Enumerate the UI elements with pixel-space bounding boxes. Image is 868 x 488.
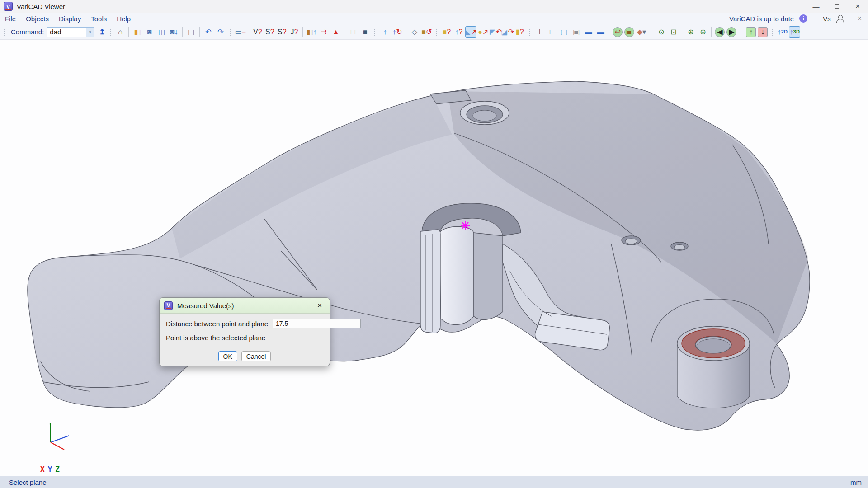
measured-values-dialog: V Measured Value(s) × Distance between p… bbox=[159, 297, 330, 366]
toolbar-grip[interactable] bbox=[528, 27, 531, 37]
user-account-icon[interactable] bbox=[836, 15, 844, 23]
menu-file[interactable]: File bbox=[0, 15, 21, 23]
toolbar-separator bbox=[199, 27, 200, 37]
save-icon[interactable]: ◙ bbox=[144, 26, 155, 38]
varicad-logo-icon: V bbox=[4, 2, 13, 11]
measure-edge-icon[interactable]: ◩↶ bbox=[490, 26, 501, 38]
toolbar-grip[interactable] bbox=[650, 27, 652, 37]
toolbar-grip[interactable] bbox=[435, 27, 438, 37]
rotate-solid-icon[interactable]: ■↺ bbox=[421, 26, 432, 38]
wireframe-display-icon[interactable]: □ bbox=[347, 26, 359, 38]
units-indicator[interactable]: mm bbox=[849, 479, 868, 486]
layer-bar-wide-icon[interactable]: ▬ bbox=[595, 26, 606, 38]
measure-perpendicular-icon[interactable]: ⊥ bbox=[534, 26, 545, 38]
section-view-icon[interactable]: ⇉ bbox=[318, 26, 329, 38]
viewport-3d[interactable]: X Y Z V Measured Value(s) × Distance bet… bbox=[0, 40, 868, 476]
status-prompt: Select plane bbox=[0, 479, 47, 486]
toolbar-grip[interactable] bbox=[740, 27, 742, 37]
restore-button[interactable] bbox=[826, 0, 847, 13]
layer-bar-icon[interactable]: ▬ bbox=[583, 26, 594, 38]
query-inertia-icon[interactable]: J? bbox=[288, 26, 300, 38]
dialog-close-icon[interactable]: × bbox=[314, 300, 325, 310]
measure-cylinder-icon[interactable]: ▮? bbox=[514, 26, 525, 38]
cancel-button[interactable]: Cancel bbox=[241, 351, 271, 361]
title-bar: V VariCAD Viewer — × bbox=[0, 0, 868, 13]
save-as-icon[interactable]: ◙↓ bbox=[168, 26, 179, 38]
measure-arc-icon[interactable]: ◪↷ bbox=[502, 26, 513, 38]
menu-bar: File Objects Display Tools Help VariCAD … bbox=[0, 13, 868, 24]
view-cube-icon[interactable]: ◇ bbox=[409, 26, 420, 38]
window-display-icon[interactable]: ▣ bbox=[571, 26, 582, 38]
view-down-icon[interactable]: ↓ bbox=[758, 27, 768, 37]
view-up-icon[interactable]: ↑ bbox=[746, 27, 756, 37]
mode-3d-icon[interactable]: ↑3D bbox=[789, 26, 800, 38]
app-window: V VariCAD Viewer — × File Objects Displa… bbox=[0, 0, 868, 488]
cad-model[interactable] bbox=[28, 81, 810, 430]
export-icon[interactable]: ↥ bbox=[96, 26, 108, 38]
measure-point-plane-icon[interactable]: ◣↗ bbox=[465, 26, 476, 38]
menu-tools[interactable]: Tools bbox=[86, 15, 112, 23]
zoom-rectangle-icon[interactable]: ⊡ bbox=[668, 26, 679, 38]
distance-value-input[interactable] bbox=[273, 319, 361, 328]
toolbar-grip[interactable] bbox=[374, 27, 376, 37]
redo-icon[interactable]: ↷ bbox=[215, 26, 226, 38]
status-separator bbox=[834, 479, 834, 486]
zoom-out-icon[interactable]: ⊖ bbox=[697, 26, 708, 38]
toolbar-separator bbox=[711, 27, 712, 37]
pan-view-icon[interactable]: ↑ bbox=[379, 26, 391, 38]
delete-view-icon[interactable]: ▭− bbox=[235, 26, 246, 38]
toolbar-grip[interactable] bbox=[110, 27, 112, 37]
zoom-in-icon[interactable]: ⊕ bbox=[685, 26, 696, 38]
dialog-title-bar[interactable]: V Measured Value(s) × bbox=[160, 298, 330, 314]
shaded-display-icon[interactable]: ■ bbox=[359, 26, 371, 38]
menu-help[interactable]: Help bbox=[112, 15, 136, 23]
toolbar-separator bbox=[609, 27, 609, 37]
zoom-previous-icon[interactable]: ↩ bbox=[613, 27, 623, 37]
command-label: Command: bbox=[11, 28, 44, 36]
main-toolbar: Command: ▾ ↥ ⌂◧◙◫◙↓▤↶↷▭−V?S?S?J?◧↑⇉▲□■↑↑… bbox=[0, 24, 868, 40]
insert-block-icon[interactable]: ◧↑ bbox=[306, 26, 317, 38]
print-icon[interactable]: ▤ bbox=[185, 26, 197, 38]
undo-icon[interactable]: ↶ bbox=[203, 26, 214, 38]
measure-point-surface-icon[interactable]: ●↗ bbox=[477, 26, 489, 38]
close-button[interactable]: × bbox=[847, 0, 868, 13]
command-input[interactable] bbox=[47, 27, 86, 37]
home-icon[interactable]: ⌂ bbox=[114, 26, 126, 38]
mode-2d-icon[interactable]: ↑2D bbox=[777, 26, 788, 38]
query-section-icon[interactable]: S? bbox=[276, 26, 288, 38]
toolbar-separator bbox=[182, 27, 183, 37]
ok-button[interactable]: OK bbox=[218, 351, 237, 361]
rotate-view-icon[interactable]: ↑↻ bbox=[392, 26, 403, 38]
zoom-window-icon[interactable]: ⊙ bbox=[656, 26, 667, 38]
view-next-icon[interactable]: ▶ bbox=[726, 27, 736, 37]
toolbar-separator bbox=[302, 27, 303, 37]
render-mode-icon[interactable]: ◆▾ bbox=[636, 26, 647, 38]
zoom-solid-icon[interactable]: ▣ bbox=[624, 27, 634, 37]
measure-solid-icon[interactable]: ■? bbox=[441, 26, 452, 38]
measure-angle-icon[interactable]: ∟ bbox=[546, 26, 557, 38]
menu-display[interactable]: Display bbox=[54, 15, 86, 23]
command-dropdown-caret[interactable]: ▾ bbox=[86, 27, 94, 37]
toolbar-grip[interactable] bbox=[771, 27, 774, 37]
toolbar-grip[interactable] bbox=[229, 27, 231, 37]
toolbar-icons: ⌂◧◙◫◙↓▤↶↷▭−V?S?S?J?◧↑⇉▲□■↑↑↻◇■↺■?↑?◣↗●↗◩… bbox=[114, 26, 800, 38]
menu-objects[interactable]: Objects bbox=[21, 15, 54, 23]
restore-icon bbox=[835, 4, 839, 9]
toolbar-grip[interactable] bbox=[4, 27, 6, 37]
axis-label-x: X bbox=[40, 465, 45, 474]
fit-screen-icon[interactable]: ▢ bbox=[558, 26, 570, 38]
measure-direction-icon[interactable]: ↑? bbox=[453, 26, 464, 38]
query-volume-icon[interactable]: V? bbox=[252, 26, 263, 38]
axonometry-icon[interactable]: ▲ bbox=[330, 26, 341, 38]
user-label: Vs bbox=[823, 15, 831, 23]
minimize-button[interactable]: — bbox=[806, 0, 826, 13]
info-icon[interactable]: i bbox=[799, 14, 807, 23]
copy-to-clipboard-icon[interactable]: ◫ bbox=[156, 26, 167, 38]
distance-field-label: Distance between point and plane bbox=[166, 320, 268, 328]
query-surface-icon[interactable]: S? bbox=[264, 26, 275, 38]
open-file-icon[interactable]: ◧ bbox=[132, 26, 143, 38]
dialog-separator bbox=[166, 347, 323, 347]
view-previous-icon[interactable]: ◀ bbox=[715, 27, 725, 37]
dialog-title: Measured Value(s) bbox=[177, 302, 234, 310]
notification-close-icon[interactable]: × bbox=[858, 14, 862, 23]
